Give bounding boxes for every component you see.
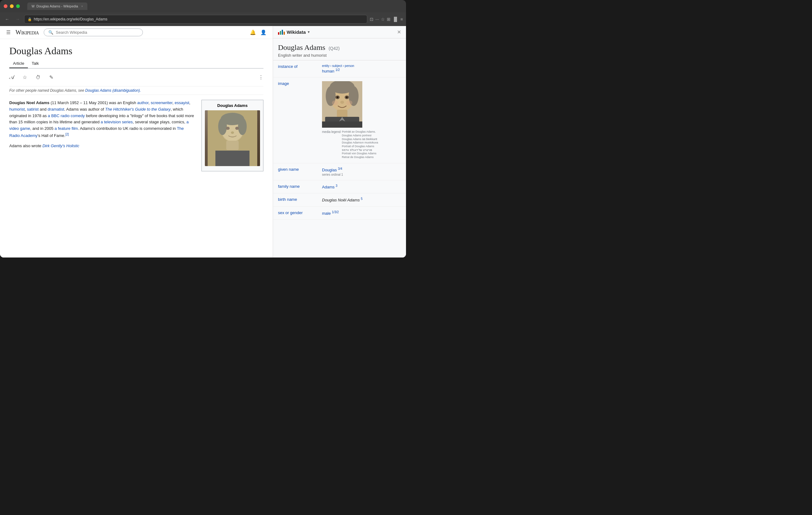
bar-3 [282, 30, 283, 35]
edit-icon[interactable]: ✎ [49, 74, 53, 80]
property-value-instance-of: entity › subject › person human 1/2 [322, 64, 401, 73]
reader-view-button[interactable]: ⊡ [370, 17, 373, 22]
svg-point-20 [337, 96, 339, 98]
author-link[interactable]: author [137, 100, 148, 105]
svg-point-24 [346, 100, 352, 105]
browser-tab[interactable]: W Douglas Adams - Wikipedia × [27, 2, 87, 10]
adams-also: Adams also wrote [9, 144, 42, 148]
wiki-search-bar[interactable]: 🔍 [44, 29, 143, 36]
wikidata-chevron-icon[interactable]: ▾ [308, 30, 310, 34]
satirist-link[interactable]: satirist [27, 107, 39, 112]
maximize-traffic-light[interactable] [16, 4, 20, 8]
search-input[interactable] [56, 30, 138, 35]
svg-point-7 [235, 127, 239, 130]
notifications-button[interactable]: 🔔 [250, 29, 256, 35]
back-button[interactable]: ← [3, 16, 11, 23]
content-area: ☰ Wikipedia 🔍 🔔 👤 Douglas Adams Article [0, 26, 406, 258]
svg-point-5 [238, 118, 247, 135]
essayist-link[interactable]: essayist [175, 100, 190, 105]
history-icon[interactable]: ⏱ [36, 75, 40, 80]
property-image-photo [322, 81, 362, 128]
wiki-menu-icon[interactable]: ☰ [6, 29, 10, 35]
more-button[interactable]: ··· [375, 17, 379, 22]
citation-2: [2] [65, 132, 69, 136]
property-label-image[interactable]: image [278, 81, 318, 86]
given-name-link[interactable]: Douglas [322, 168, 337, 172]
svg-rect-27 [322, 121, 362, 128]
sex-gender-link[interactable]: male [322, 211, 331, 216]
more-works: several stage plays, comics, [135, 120, 186, 124]
tab-close-button[interactable]: × [81, 5, 83, 8]
breadcrumb-entity-subject-person: entity › subject › person [322, 64, 401, 67]
article-title: Douglas Adams [9, 45, 263, 57]
minimize-traffic-light[interactable] [10, 4, 13, 8]
infobox-title: Douglas Adams [205, 103, 260, 108]
property-birth-name: birth name Douglas Noël Adams 5 [273, 193, 406, 206]
bbc-radio-link[interactable]: a BBC radio comedy [48, 113, 85, 118]
notice-text: For other people named Douglas Adams, se… [9, 88, 85, 93]
bookmark-button[interactable]: ☆ [381, 17, 385, 22]
wikidata-properties: instance of entity › subject › person hu… [273, 60, 406, 258]
containers-button[interactable]: ⊞ [387, 17, 390, 22]
search-icon: 🔍 [48, 30, 53, 35]
property-label-given-name[interactable]: given name [278, 167, 318, 172]
screenwriter-link[interactable]: screenwriter [151, 100, 172, 105]
instance-sup: 1/2 [335, 68, 340, 71]
more-options-icon[interactable]: ⋮ [259, 74, 263, 80]
humorist-link[interactable]: humorist [9, 107, 25, 112]
image-caption-area: media legend Porträtt av Douglas Adams. … [322, 130, 401, 159]
user-menu-button[interactable]: 👤 [260, 29, 266, 35]
address-bar[interactable]: 🔒 https://en.wikipedia.org/wiki/Douglas_… [24, 15, 367, 24]
dirk-gently-link[interactable]: Dirk Gently's Holistic [42, 144, 79, 148]
bar-4 [284, 32, 285, 35]
address-text: https://en.wikipedia.org/wiki/Douglas_Ad… [34, 17, 107, 21]
tab-article[interactable]: Article [9, 59, 28, 68]
birth-name-sup: 5 [361, 197, 362, 201]
entity-qid: (Q42) [328, 46, 340, 51]
wikidata-entity-info: Douglas Adams (Q42) English writer and h… [273, 38, 406, 60]
property-label-family-name[interactable]: family name [278, 184, 318, 189]
property-value-sex-gender: male 1/3/2 [322, 210, 401, 216]
feature-film-link[interactable]: a feature film [55, 126, 78, 131]
svg-point-4 [218, 118, 227, 135]
tv-series-link[interactable]: a television series [101, 120, 133, 124]
svg-point-6 [226, 127, 230, 130]
tab-talk[interactable]: Talk [28, 59, 42, 68]
svg-point-22 [340, 101, 344, 104]
article-tabs: Article Talk [9, 59, 263, 68]
tab-favicon: W [32, 5, 34, 8]
nav-actions: ⊡ ··· ☆ ⊞ ▐▌ ≡ [370, 17, 403, 22]
property-label-sex-gender[interactable]: sex or gender [278, 210, 318, 215]
property-image: image [273, 78, 406, 163]
watchlist-icon[interactable]: ☆ [23, 74, 27, 80]
close-traffic-light[interactable] [4, 4, 7, 8]
tab-area: W Douglas Adams - Wikipedia × [27, 2, 402, 10]
dramatist-link[interactable]: dramatist [48, 107, 64, 112]
wikidata-close-button[interactable]: ✕ [397, 29, 401, 35]
wikidata-panel: Wikidata ▾ ✕ Douglas Adams (Q42) English… [273, 26, 406, 258]
menu-button[interactable]: ≡ [400, 17, 403, 22]
and-in-2005: and in 2005 [32, 126, 55, 131]
translate-icon[interactable]: 𝒜 [9, 74, 14, 81]
disambiguation-link[interactable]: Douglas Adams (disambiguation). [85, 88, 141, 93]
hitchhikers-link[interactable]: The Hitchhiker's Guide to the Galaxy [105, 107, 170, 112]
wiki-body: Douglas Adams Article Talk 𝒜 ☆ ⏱ ✎ ⋮ For… [0, 39, 273, 258]
tab-title: Douglas Adams - Wikipedia [36, 4, 78, 8]
extensions-button[interactable]: ▐▌ [393, 17, 399, 22]
family-name-link[interactable]: Adams [322, 185, 335, 189]
wikidata-logo-bars [278, 30, 285, 35]
bar-2 [280, 31, 281, 35]
wikidata-logo: Wikidata ▾ [278, 29, 310, 35]
wikidata-title: Wikidata [287, 29, 306, 35]
property-value-birth-name: Douglas Noël Adams 5 [322, 197, 401, 202]
property-label-birth-name[interactable]: birth name [278, 197, 318, 202]
svg-point-8 [231, 131, 234, 134]
forward-button[interactable]: → [13, 16, 22, 23]
wiki-header: ☰ Wikipedia 🔍 🔔 👤 [0, 26, 273, 39]
human-link[interactable]: human [322, 69, 335, 73]
property-label-instance-of[interactable]: instance of [278, 64, 318, 69]
property-value-family-name: Adams 3 [322, 184, 401, 189]
property-value-given-name: Douglas 3/4 series ordinal 1 [322, 167, 401, 176]
security-icon: 🔒 [28, 17, 32, 21]
property-family-name: family name Adams 3 [273, 180, 406, 193]
